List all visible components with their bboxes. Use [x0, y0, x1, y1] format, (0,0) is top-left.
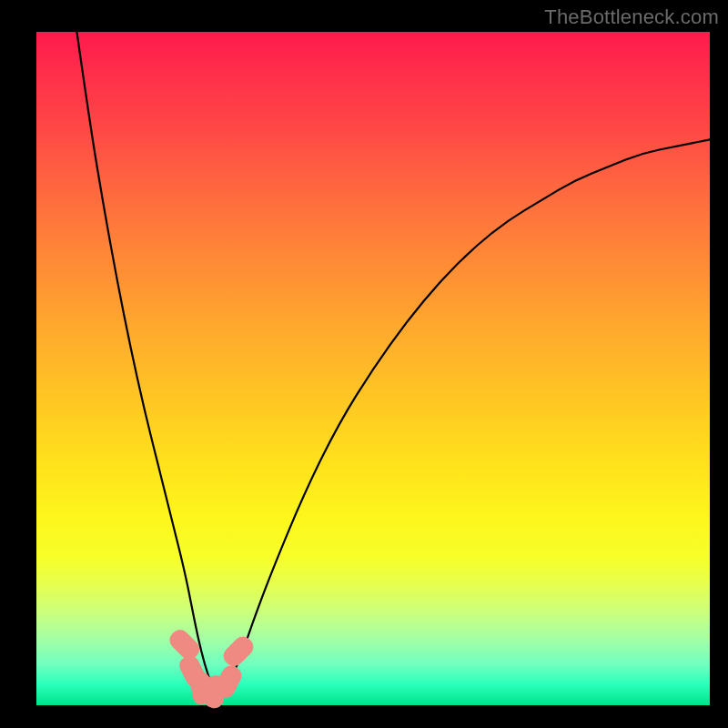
- chart-plot-area: [36, 32, 710, 705]
- bottleneck-curve-path: [76, 32, 710, 690]
- curve-markers-group: [166, 626, 257, 710]
- curve-marker: [219, 632, 257, 670]
- chart-svg: [36, 32, 710, 705]
- chart-frame: TheBottleneck.com: [0, 0, 728, 728]
- watermark-text: TheBottleneck.com: [544, 5, 719, 29]
